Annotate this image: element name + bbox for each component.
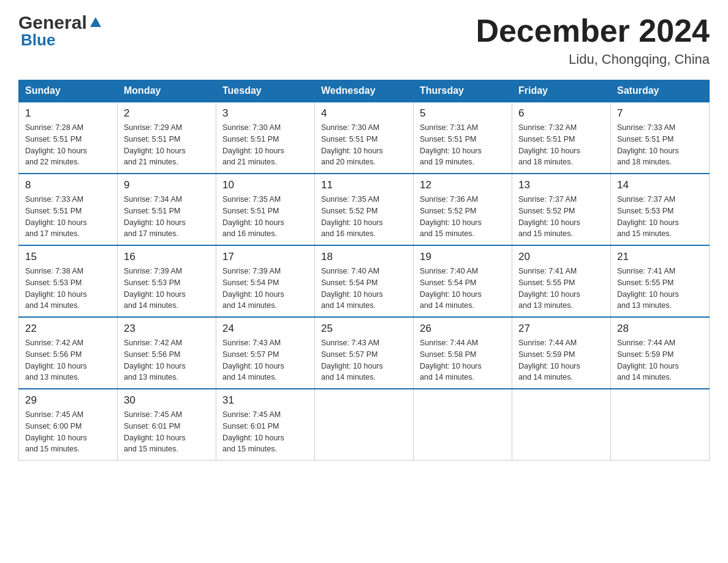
day-info: Sunrise: 7:32 AM Sunset: 5:51 PM Dayligh…: [518, 122, 604, 168]
day-info: Sunrise: 7:45 AM Sunset: 6:01 PM Dayligh…: [124, 409, 210, 455]
day-number: 8: [25, 179, 111, 191]
day-info: Sunrise: 7:41 AM Sunset: 5:55 PM Dayligh…: [617, 266, 703, 312]
day-info: Sunrise: 7:30 AM Sunset: 5:51 PM Dayligh…: [222, 122, 308, 168]
day-number: 12: [420, 179, 506, 191]
calendar-cell: 31 Sunrise: 7:45 AM Sunset: 6:01 PM Dayl…: [216, 389, 315, 461]
weekday-header-sunday: Sunday: [19, 80, 118, 102]
page-header: General Blue December 2024 Lidu, Chongqi…: [18, 12, 710, 67]
day-number: 20: [518, 251, 604, 263]
day-info: Sunrise: 7:40 AM Sunset: 5:54 PM Dayligh…: [321, 266, 407, 312]
calendar-cell: 15 Sunrise: 7:38 AM Sunset: 5:53 PM Dayl…: [19, 245, 118, 317]
calendar-cell: 19 Sunrise: 7:40 AM Sunset: 5:54 PM Dayl…: [414, 245, 512, 317]
day-number: 4: [321, 107, 407, 120]
day-info: Sunrise: 7:35 AM Sunset: 5:51 PM Dayligh…: [222, 194, 308, 240]
calendar-week-row: 22 Sunrise: 7:42 AM Sunset: 5:56 PM Dayl…: [19, 317, 710, 389]
calendar-cell: 20 Sunrise: 7:41 AM Sunset: 5:55 PM Dayl…: [512, 245, 611, 317]
day-info: Sunrise: 7:43 AM Sunset: 5:57 PM Dayligh…: [321, 337, 407, 383]
page-subtitle: Lidu, Chongqing, China: [476, 52, 710, 67]
calendar-week-row: 15 Sunrise: 7:38 AM Sunset: 5:53 PM Dayl…: [19, 245, 710, 317]
calendar-cell: 27 Sunrise: 7:44 AM Sunset: 5:59 PM Dayl…: [512, 317, 611, 389]
weekday-header-friday: Friday: [512, 80, 611, 102]
day-number: 2: [124, 107, 210, 120]
day-number: 16: [124, 251, 210, 263]
day-number: 10: [222, 179, 308, 191]
weekday-header-monday: Monday: [118, 80, 216, 102]
day-number: 21: [617, 251, 703, 263]
day-number: 19: [420, 251, 506, 263]
calendar-cell: 9 Sunrise: 7:34 AM Sunset: 5:51 PM Dayli…: [118, 174, 216, 245]
calendar-cell: [512, 389, 611, 461]
day-number: 29: [25, 394, 111, 407]
calendar-cell: 25 Sunrise: 7:43 AM Sunset: 5:57 PM Dayl…: [315, 317, 414, 389]
calendar-cell: [611, 389, 710, 461]
calendar-cell: 6 Sunrise: 7:32 AM Sunset: 5:51 PM Dayli…: [512, 102, 611, 174]
day-info: Sunrise: 7:44 AM Sunset: 5:59 PM Dayligh…: [617, 337, 703, 383]
day-number: 17: [222, 251, 308, 263]
calendar-cell: 13 Sunrise: 7:37 AM Sunset: 5:52 PM Dayl…: [512, 174, 611, 245]
calendar-week-row: 1 Sunrise: 7:28 AM Sunset: 5:51 PM Dayli…: [19, 102, 710, 174]
day-info: Sunrise: 7:41 AM Sunset: 5:55 PM Dayligh…: [518, 266, 604, 312]
calendar-cell: [315, 389, 414, 461]
day-info: Sunrise: 7:33 AM Sunset: 5:51 PM Dayligh…: [25, 194, 111, 240]
logo-icon: [89, 16, 102, 29]
calendar-cell: 30 Sunrise: 7:45 AM Sunset: 6:01 PM Dayl…: [118, 389, 216, 461]
day-info: Sunrise: 7:38 AM Sunset: 5:53 PM Dayligh…: [25, 266, 111, 312]
day-info: Sunrise: 7:44 AM Sunset: 5:59 PM Dayligh…: [518, 337, 604, 383]
day-info: Sunrise: 7:39 AM Sunset: 5:53 PM Dayligh…: [124, 266, 210, 312]
day-info: Sunrise: 7:28 AM Sunset: 5:51 PM Dayligh…: [25, 122, 111, 168]
day-number: 27: [518, 323, 604, 335]
day-info: Sunrise: 7:42 AM Sunset: 5:56 PM Dayligh…: [124, 337, 210, 383]
day-info: Sunrise: 7:43 AM Sunset: 5:57 PM Dayligh…: [222, 337, 308, 383]
day-info: Sunrise: 7:30 AM Sunset: 5:51 PM Dayligh…: [321, 122, 407, 168]
day-info: Sunrise: 7:29 AM Sunset: 5:51 PM Dayligh…: [124, 122, 210, 168]
day-number: 7: [617, 107, 703, 120]
calendar-cell: 17 Sunrise: 7:39 AM Sunset: 5:54 PM Dayl…: [216, 245, 315, 317]
day-number: 6: [518, 107, 604, 120]
logo-blue-text: Blue: [18, 31, 55, 50]
day-number: 31: [222, 394, 308, 407]
day-number: 3: [222, 107, 308, 120]
logo: General Blue: [18, 12, 102, 50]
day-info: Sunrise: 7:34 AM Sunset: 5:51 PM Dayligh…: [124, 194, 210, 240]
svg-marker-0: [90, 17, 101, 27]
calendar-cell: 5 Sunrise: 7:31 AM Sunset: 5:51 PM Dayli…: [414, 102, 512, 174]
day-number: 25: [321, 323, 407, 335]
calendar-cell: 4 Sunrise: 7:30 AM Sunset: 5:51 PM Dayli…: [315, 102, 414, 174]
calendar-cell: 21 Sunrise: 7:41 AM Sunset: 5:55 PM Dayl…: [611, 245, 710, 317]
day-number: 13: [518, 179, 604, 191]
day-number: 24: [222, 323, 308, 335]
day-number: 14: [617, 179, 703, 191]
calendar-cell: 16 Sunrise: 7:39 AM Sunset: 5:53 PM Dayl…: [118, 245, 216, 317]
day-number: 23: [124, 323, 210, 335]
weekday-header-wednesday: Wednesday: [315, 80, 414, 102]
day-number: 9: [124, 179, 210, 191]
weekday-header-thursday: Thursday: [414, 80, 512, 102]
day-info: Sunrise: 7:44 AM Sunset: 5:58 PM Dayligh…: [420, 337, 506, 383]
day-info: Sunrise: 7:42 AM Sunset: 5:56 PM Dayligh…: [25, 337, 111, 383]
day-info: Sunrise: 7:37 AM Sunset: 5:53 PM Dayligh…: [617, 194, 703, 240]
weekday-header-tuesday: Tuesday: [216, 80, 315, 102]
day-info: Sunrise: 7:39 AM Sunset: 5:54 PM Dayligh…: [222, 266, 308, 312]
calendar-cell: [414, 389, 512, 461]
day-number: 26: [420, 323, 506, 335]
day-info: Sunrise: 7:31 AM Sunset: 5:51 PM Dayligh…: [420, 122, 506, 168]
calendar-table: SundayMondayTuesdayWednesdayThursdayFrid…: [18, 80, 710, 461]
calendar-cell: 7 Sunrise: 7:33 AM Sunset: 5:51 PM Dayli…: [611, 102, 710, 174]
calendar-cell: 22 Sunrise: 7:42 AM Sunset: 5:56 PM Dayl…: [19, 317, 118, 389]
calendar-week-row: 29 Sunrise: 7:45 AM Sunset: 6:00 PM Dayl…: [19, 389, 710, 461]
day-info: Sunrise: 7:33 AM Sunset: 5:51 PM Dayligh…: [617, 122, 703, 168]
calendar-cell: 2 Sunrise: 7:29 AM Sunset: 5:51 PM Dayli…: [118, 102, 216, 174]
day-info: Sunrise: 7:45 AM Sunset: 6:00 PM Dayligh…: [25, 409, 111, 455]
calendar-cell: 29 Sunrise: 7:45 AM Sunset: 6:00 PM Dayl…: [19, 389, 118, 461]
day-number: 30: [124, 394, 210, 407]
calendar-cell: 3 Sunrise: 7:30 AM Sunset: 5:51 PM Dayli…: [216, 102, 315, 174]
calendar-cell: 26 Sunrise: 7:44 AM Sunset: 5:58 PM Dayl…: [414, 317, 512, 389]
day-info: Sunrise: 7:35 AM Sunset: 5:52 PM Dayligh…: [321, 194, 407, 240]
day-number: 18: [321, 251, 407, 263]
weekday-header-saturday: Saturday: [611, 80, 710, 102]
calendar-cell: 14 Sunrise: 7:37 AM Sunset: 5:53 PM Dayl…: [611, 174, 710, 245]
logo-general-text: General: [18, 12, 87, 33]
calendar-cell: 23 Sunrise: 7:42 AM Sunset: 5:56 PM Dayl…: [118, 317, 216, 389]
day-number: 5: [420, 107, 506, 120]
day-number: 22: [25, 323, 111, 335]
